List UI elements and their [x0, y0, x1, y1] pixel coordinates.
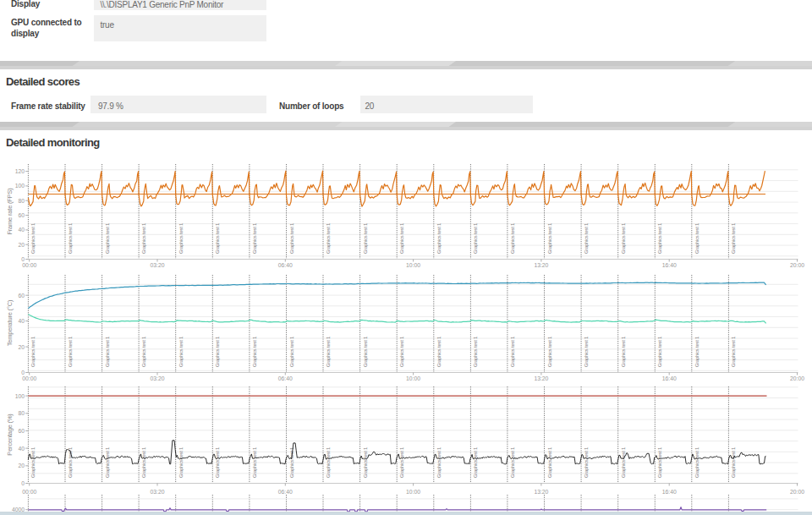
svg-text:13:20: 13:20	[534, 262, 548, 268]
svg-text:Graphics test 1: Graphics test 1	[289, 337, 294, 367]
svg-text:Percentage (%): Percentage (%)	[6, 414, 14, 456]
svg-text:Graphics test 1: Graphics test 1	[621, 337, 626, 367]
svg-text:Graphics test 1: Graphics test 1	[584, 337, 589, 367]
svg-text:13:20: 13:20	[534, 375, 548, 381]
svg-text:Graphics test 1: Graphics test 1	[141, 447, 146, 478]
svg-text:Temperature (°C): Temperature (°C)	[6, 299, 14, 346]
svg-text:Graphics test 1: Graphics test 1	[141, 337, 146, 367]
svg-text:10:00: 10:00	[406, 489, 420, 495]
svg-text:06:40: 06:40	[278, 489, 293, 495]
svg-text:Graphics test 1: Graphics test 1	[584, 223, 589, 254]
svg-text:Graphics test 1: Graphics test 1	[547, 447, 552, 478]
svg-text:60: 60	[18, 428, 25, 434]
svg-text:Graphics test 1: Graphics test 1	[584, 447, 589, 478]
svg-text:Graphics test 1: Graphics test 1	[473, 337, 478, 367]
svg-text:Graphics test 1: Graphics test 1	[252, 447, 257, 478]
svg-text:06:40: 06:40	[278, 262, 293, 268]
svg-text:03:20: 03:20	[150, 262, 164, 268]
svg-text:Graphics test 1: Graphics test 1	[473, 223, 478, 254]
svg-text:Graphics test 1: Graphics test 1	[178, 337, 184, 367]
svg-text:10:00: 10:00	[406, 375, 420, 381]
svg-text:Graphics test 1: Graphics test 1	[178, 447, 184, 478]
svg-text:Graphics test 1: Graphics test 1	[399, 337, 404, 367]
svg-text:Graphics test 1: Graphics test 1	[657, 447, 662, 478]
svg-text:Graphics test 1: Graphics test 1	[363, 223, 368, 254]
svg-text:Graphics test 1: Graphics test 1	[215, 447, 220, 478]
svg-text:20:00: 20:00	[790, 375, 804, 381]
svg-text:80: 80	[18, 198, 25, 204]
svg-text:Graphics test 1: Graphics test 1	[510, 223, 515, 254]
svg-text:Graphics test 1: Graphics test 1	[694, 337, 700, 367]
svg-text:Graphics test 1: Graphics test 1	[30, 447, 36, 478]
svg-text:Graphics test 1: Graphics test 1	[621, 447, 626, 478]
svg-text:40: 40	[18, 446, 25, 452]
svg-text:Graphics test 1: Graphics test 1	[510, 337, 515, 367]
svg-text:Graphics test 1: Graphics test 1	[326, 337, 331, 367]
svg-text:20:00: 20:00	[790, 262, 804, 268]
svg-text:Graphics test 1: Graphics test 1	[326, 223, 331, 254]
svg-text:Graphics test 1: Graphics test 1	[363, 337, 368, 367]
svg-text:Graphics test 1: Graphics test 1	[694, 447, 700, 478]
svg-text:Graphics test 1: Graphics test 1	[289, 223, 294, 254]
svg-text:Graphics test 1: Graphics test 1	[363, 447, 368, 478]
svg-text:Graphics test 1: Graphics test 1	[694, 223, 700, 254]
svg-text:Graphics test 1: Graphics test 1	[731, 447, 736, 478]
svg-text:Graphics test 1: Graphics test 1	[68, 223, 73, 254]
svg-text:Graphics test 1: Graphics test 1	[657, 223, 662, 254]
svg-text:Graphics test 1: Graphics test 1	[215, 337, 220, 367]
svg-text:Graphics test 1: Graphics test 1	[547, 337, 552, 367]
svg-text:03:20: 03:20	[150, 375, 164, 381]
svg-text:Graphics test 1: Graphics test 1	[731, 223, 736, 254]
svg-text:16:40: 16:40	[662, 375, 677, 381]
svg-text:13:20: 13:20	[534, 489, 548, 495]
svg-text:00:00: 00:00	[22, 489, 36, 495]
svg-text:100: 100	[15, 393, 25, 399]
svg-text:Graphics test 1: Graphics test 1	[105, 337, 110, 367]
svg-text:03:20: 03:20	[150, 489, 164, 495]
svg-text:100: 100	[15, 183, 25, 189]
svg-text:Graphics test 1: Graphics test 1	[731, 337, 736, 367]
svg-text:20: 20	[18, 463, 25, 468]
svg-text:20: 20	[18, 344, 25, 350]
svg-text:Graphics test 1: Graphics test 1	[252, 337, 257, 367]
svg-text:Graphics test 1: Graphics test 1	[621, 223, 626, 254]
svg-text:Graphics test 1: Graphics test 1	[436, 223, 442, 254]
svg-text:Graphics test 1: Graphics test 1	[473, 447, 478, 478]
svg-text:Graphics test 1: Graphics test 1	[141, 223, 146, 254]
svg-text:16:40: 16:40	[662, 262, 677, 268]
svg-text:20: 20	[18, 242, 25, 248]
svg-text:Graphics test 1: Graphics test 1	[289, 447, 294, 478]
svg-text:Graphics test 1: Graphics test 1	[215, 223, 220, 254]
svg-text:Graphics test 1: Graphics test 1	[30, 337, 36, 367]
svg-text:40: 40	[18, 227, 25, 233]
svg-text:Graphics test 1: Graphics test 1	[178, 223, 184, 254]
svg-text:20:00: 20:00	[790, 489, 804, 495]
svg-text:0: 0	[21, 480, 25, 486]
svg-text:Graphics test 1: Graphics test 1	[436, 447, 442, 478]
svg-text:0: 0	[21, 370, 25, 375]
svg-text:Graphics test 1: Graphics test 1	[399, 223, 404, 254]
svg-text:06:40: 06:40	[278, 375, 293, 381]
svg-text:Graphics test 1: Graphics test 1	[547, 223, 552, 254]
svg-text:00:00: 00:00	[22, 375, 36, 381]
svg-text:Graphics test 1: Graphics test 1	[657, 337, 662, 367]
svg-text:Graphics test 1: Graphics test 1	[326, 447, 331, 478]
svg-text:Graphics test 1: Graphics test 1	[252, 223, 257, 254]
svg-text:Frame rate (FPS): Frame rate (FPS)	[6, 188, 14, 235]
svg-text:Graphics test 1: Graphics test 1	[105, 223, 110, 254]
svg-text:60: 60	[18, 293, 25, 299]
svg-text:Graphics test 1: Graphics test 1	[105, 447, 110, 478]
svg-text:16:40: 16:40	[662, 489, 677, 495]
svg-text:10:00: 10:00	[406, 262, 420, 268]
svg-text:Graphics test 1: Graphics test 1	[436, 337, 442, 367]
svg-text:4000: 4000	[12, 507, 25, 512]
svg-text:Graphics test 1: Graphics test 1	[68, 337, 73, 367]
svg-text:Graphics test 1: Graphics test 1	[30, 223, 36, 254]
svg-text:Graphics test 1: Graphics test 1	[399, 447, 404, 478]
svg-text:60: 60	[18, 212, 25, 218]
svg-text:120: 120	[15, 168, 25, 174]
svg-text:Graphics test 1: Graphics test 1	[510, 447, 515, 478]
svg-text:00:00: 00:00	[22, 262, 36, 268]
svg-text:40: 40	[18, 318, 25, 324]
svg-text:80: 80	[18, 410, 25, 416]
